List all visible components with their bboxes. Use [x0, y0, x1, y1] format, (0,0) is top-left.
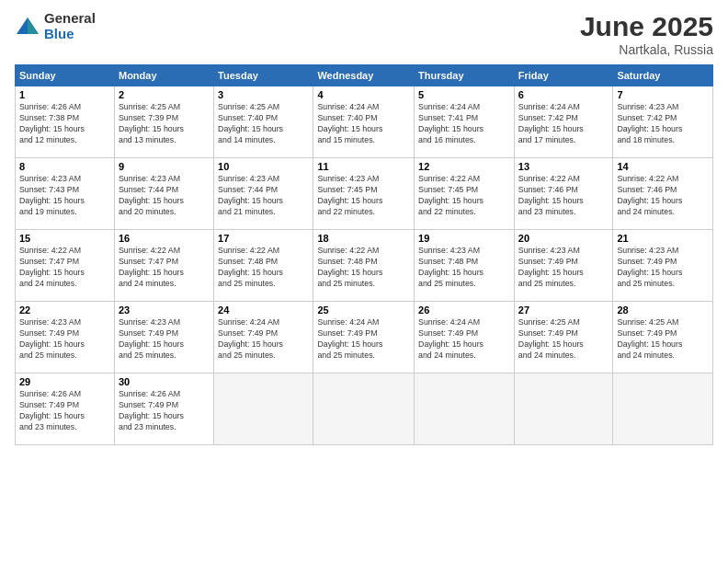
calendar-day-20: 20Sunrise: 4:23 AM Sunset: 7:49 PM Dayli…: [514, 230, 613, 302]
calendar-header-row: SundayMondayTuesdayWednesdayThursdayFrid…: [16, 65, 713, 86]
calendar-day-13: 13Sunrise: 4:22 AM Sunset: 7:46 PM Dayli…: [514, 158, 613, 230]
day-number: 30: [119, 376, 210, 387]
calendar-day-17: 17Sunrise: 4:22 AM Sunset: 7:48 PM Dayli…: [214, 230, 313, 302]
calendar-day-22: 22Sunrise: 4:23 AM Sunset: 7:49 PM Dayli…: [16, 302, 115, 373]
week-row: 29Sunrise: 4:26 AM Sunset: 7:49 PM Dayli…: [16, 373, 713, 445]
day-number: 17: [218, 233, 309, 244]
day-info: Sunrise: 4:23 AM Sunset: 7:43 PM Dayligh…: [19, 174, 110, 218]
calendar-day-16: 16Sunrise: 4:22 AM Sunset: 7:47 PM Dayli…: [114, 230, 213, 302]
day-number: 20: [518, 233, 609, 244]
day-info: Sunrise: 4:23 AM Sunset: 7:49 PM Dayligh…: [518, 246, 609, 290]
header: General Blue June 2025 Nartkala, Russia: [15, 11, 713, 57]
day-info: Sunrise: 4:26 AM Sunset: 7:49 PM Dayligh…: [19, 389, 110, 433]
calendar-day-14: 14Sunrise: 4:22 AM Sunset: 7:46 PM Dayli…: [613, 158, 713, 230]
day-number: 11: [317, 161, 410, 172]
day-info: Sunrise: 4:22 AM Sunset: 7:48 PM Dayligh…: [317, 246, 410, 290]
day-info: Sunrise: 4:23 AM Sunset: 7:49 PM Dayligh…: [19, 317, 110, 362]
calendar-day-15: 15Sunrise: 4:22 AM Sunset: 7:47 PM Dayli…: [16, 230, 115, 302]
col-header-saturday: Saturday: [613, 65, 713, 86]
day-info: Sunrise: 4:25 AM Sunset: 7:49 PM Dayligh…: [617, 317, 709, 362]
col-header-thursday: Thursday: [415, 65, 515, 86]
calendar-day-21: 21Sunrise: 4:23 AM Sunset: 7:49 PM Dayli…: [613, 230, 713, 302]
calendar-day-28: 28Sunrise: 4:25 AM Sunset: 7:49 PM Dayli…: [613, 302, 713, 373]
calendar-day-1: 1Sunrise: 4:26 AM Sunset: 7:38 PM Daylig…: [16, 86, 115, 158]
svg-marker-1: [28, 17, 39, 34]
day-number: 25: [317, 304, 410, 316]
day-info: Sunrise: 4:25 AM Sunset: 7:39 PM Dayligh…: [119, 102, 210, 146]
day-number: 16: [119, 233, 210, 244]
day-info: Sunrise: 4:24 AM Sunset: 7:40 PM Dayligh…: [317, 102, 410, 146]
day-info: Sunrise: 4:24 AM Sunset: 7:49 PM Dayligh…: [218, 317, 309, 362]
day-number: 14: [617, 161, 709, 172]
day-info: Sunrise: 4:22 AM Sunset: 7:48 PM Dayligh…: [218, 246, 309, 290]
calendar-day-11: 11Sunrise: 4:23 AM Sunset: 7:45 PM Dayli…: [313, 158, 415, 230]
day-info: Sunrise: 4:24 AM Sunset: 7:49 PM Dayligh…: [418, 317, 510, 362]
calendar-day-30: 30Sunrise: 4:26 AM Sunset: 7:49 PM Dayli…: [114, 373, 213, 445]
day-info: Sunrise: 4:23 AM Sunset: 7:49 PM Dayligh…: [617, 246, 709, 290]
day-info: Sunrise: 4:25 AM Sunset: 7:49 PM Dayligh…: [518, 317, 609, 362]
day-info: Sunrise: 4:22 AM Sunset: 7:47 PM Dayligh…: [119, 246, 210, 290]
day-info: Sunrise: 4:22 AM Sunset: 7:46 PM Dayligh…: [518, 174, 609, 218]
calendar-day-2: 2Sunrise: 4:25 AM Sunset: 7:39 PM Daylig…: [114, 86, 213, 158]
calendar-day-23: 23Sunrise: 4:23 AM Sunset: 7:49 PM Dayli…: [114, 302, 213, 373]
logo-text: General Blue: [44, 11, 96, 41]
title-block: June 2025 Nartkala, Russia: [580, 11, 713, 57]
location: Nartkala, Russia: [580, 42, 713, 57]
calendar-day-5: 5Sunrise: 4:24 AM Sunset: 7:41 PM Daylig…: [415, 86, 515, 158]
calendar-day-27: 27Sunrise: 4:25 AM Sunset: 7:49 PM Dayli…: [514, 302, 613, 373]
day-number: 4: [317, 89, 410, 100]
day-info: Sunrise: 4:23 AM Sunset: 7:44 PM Dayligh…: [218, 174, 309, 218]
empty-day: [415, 373, 515, 445]
col-header-monday: Monday: [114, 65, 213, 86]
day-number: 13: [518, 161, 609, 172]
day-info: Sunrise: 4:26 AM Sunset: 7:49 PM Dayligh…: [119, 389, 210, 433]
day-number: 1: [19, 89, 110, 100]
week-row: 22Sunrise: 4:23 AM Sunset: 7:49 PM Dayli…: [16, 302, 713, 373]
empty-day: [514, 373, 613, 445]
day-number: 23: [119, 304, 210, 316]
day-number: 2: [119, 89, 210, 100]
day-number: 26: [418, 304, 510, 316]
week-row: 8Sunrise: 4:23 AM Sunset: 7:43 PM Daylig…: [16, 158, 713, 230]
day-number: 24: [218, 304, 309, 316]
day-number: 29: [19, 376, 110, 387]
day-info: Sunrise: 4:23 AM Sunset: 7:48 PM Dayligh…: [418, 246, 510, 290]
calendar-day-7: 7Sunrise: 4:23 AM Sunset: 7:42 PM Daylig…: [613, 86, 713, 158]
day-info: Sunrise: 4:23 AM Sunset: 7:44 PM Dayligh…: [119, 174, 210, 218]
day-number: 5: [418, 89, 510, 100]
empty-day: [613, 373, 713, 445]
col-header-wednesday: Wednesday: [313, 65, 415, 86]
calendar-day-3: 3Sunrise: 4:25 AM Sunset: 7:40 PM Daylig…: [214, 86, 313, 158]
day-info: Sunrise: 4:22 AM Sunset: 7:47 PM Dayligh…: [19, 246, 110, 290]
logo-general: General: [44, 11, 96, 27]
day-number: 10: [218, 161, 309, 172]
calendar-day-10: 10Sunrise: 4:23 AM Sunset: 7:44 PM Dayli…: [214, 158, 313, 230]
day-info: Sunrise: 4:26 AM Sunset: 7:38 PM Dayligh…: [19, 102, 110, 146]
calendar-day-6: 6Sunrise: 4:24 AM Sunset: 7:42 PM Daylig…: [514, 86, 613, 158]
day-number: 8: [19, 161, 110, 172]
day-info: Sunrise: 4:24 AM Sunset: 7:49 PM Dayligh…: [317, 317, 410, 362]
calendar-day-18: 18Sunrise: 4:22 AM Sunset: 7:48 PM Dayli…: [313, 230, 415, 302]
day-info: Sunrise: 4:22 AM Sunset: 7:45 PM Dayligh…: [418, 174, 510, 218]
day-info: Sunrise: 4:24 AM Sunset: 7:42 PM Dayligh…: [518, 102, 609, 146]
calendar-day-26: 26Sunrise: 4:24 AM Sunset: 7:49 PM Dayli…: [415, 302, 515, 373]
day-number: 21: [617, 233, 709, 244]
day-number: 3: [218, 89, 309, 100]
day-info: Sunrise: 4:25 AM Sunset: 7:40 PM Dayligh…: [218, 102, 309, 146]
day-number: 19: [418, 233, 510, 244]
day-number: 12: [418, 161, 510, 172]
week-row: 15Sunrise: 4:22 AM Sunset: 7:47 PM Dayli…: [16, 230, 713, 302]
day-info: Sunrise: 4:23 AM Sunset: 7:49 PM Dayligh…: [119, 317, 210, 362]
calendar-day-29: 29Sunrise: 4:26 AM Sunset: 7:49 PM Dayli…: [16, 373, 115, 445]
calendar-day-9: 9Sunrise: 4:23 AM Sunset: 7:44 PM Daylig…: [114, 158, 213, 230]
week-row: 1Sunrise: 4:26 AM Sunset: 7:38 PM Daylig…: [16, 86, 713, 158]
logo-icon: [15, 14, 40, 40]
day-info: Sunrise: 4:23 AM Sunset: 7:45 PM Dayligh…: [317, 174, 410, 218]
empty-day: [214, 373, 313, 445]
calendar-day-24: 24Sunrise: 4:24 AM Sunset: 7:49 PM Dayli…: [214, 302, 313, 373]
calendar-day-8: 8Sunrise: 4:23 AM Sunset: 7:43 PM Daylig…: [16, 158, 115, 230]
day-info: Sunrise: 4:22 AM Sunset: 7:46 PM Dayligh…: [617, 174, 709, 218]
empty-day: [313, 373, 415, 445]
calendar-day-19: 19Sunrise: 4:23 AM Sunset: 7:48 PM Dayli…: [415, 230, 515, 302]
col-header-friday: Friday: [514, 65, 613, 86]
